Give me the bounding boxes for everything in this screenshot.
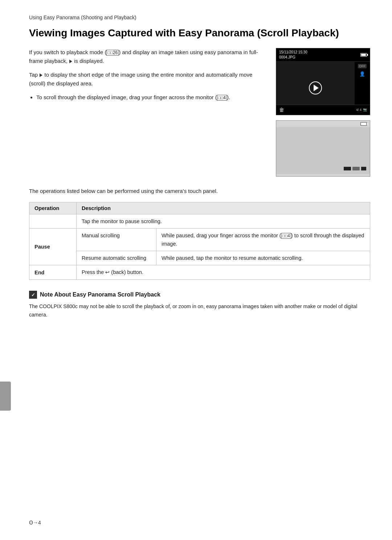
ref-4-table: □□4 — [281, 233, 291, 239]
play-button — [309, 81, 322, 94]
note-title-text: Note About Easy Panorama Scroll Playback — [40, 291, 160, 298]
desc-resume-scroll: Resume automatic scrolling — [77, 251, 156, 265]
screen-bottom-bar: 🗑 4/ 4 📷 — [276, 105, 370, 115]
col-description-header: Description — [77, 202, 370, 214]
operations-intro: The operations listed below can be perfo… — [29, 187, 370, 196]
bullet-list: To scroll through the displayed image, d… — [36, 93, 261, 102]
trash-icon: 🗑 — [279, 107, 284, 113]
play-icon-inline — [69, 60, 72, 63]
screen-date: 15/11/2012 15:30 — [279, 50, 307, 55]
intro-text-1: If you switch to playback mode ( — [29, 49, 106, 55]
op-cell-empty-1 — [29, 214, 77, 228]
camera-icon-small: 📷 — [363, 108, 367, 112]
table-row: End Press the ↩ (back) button. — [29, 265, 370, 280]
breadcrumb: Using Easy Panorama (Shooting and Playba… — [29, 15, 370, 20]
note-title-container: ✓ Note About Easy Panorama Scroll Playba… — [29, 291, 370, 299]
camera-screen-1: 15/11/2012 15:30 0004.JPG OFF 👤 — [276, 48, 370, 115]
page-footer: ʘ→4 — [29, 520, 41, 525]
ref-26: □□26 — [106, 50, 119, 56]
footer-page-num: ʘ→4 — [29, 520, 41, 525]
battery-icon — [360, 53, 367, 57]
progress-bar-1 — [344, 167, 351, 170]
desc-resume-scroll-detail: While paused, tap the monitor to resume … — [156, 251, 370, 265]
note-section: ✓ Note About Easy Panorama Scroll Playba… — [29, 291, 370, 319]
bottom-right-icons: 4/ 4 📷 — [356, 108, 367, 112]
note-body: The COOLPIX S800c may not be able to scr… — [29, 302, 370, 319]
table-row: Resume automatic scrolling While paused,… — [29, 251, 370, 265]
grey-tab — [0, 382, 11, 411]
camera-screens: 15/11/2012 15:30 0004.JPG OFF 👤 — [276, 48, 370, 177]
note-icon: ✓ — [29, 291, 37, 299]
ref-4: □□4 — [217, 95, 227, 101]
progress-bar-3 — [361, 167, 366, 170]
col-operation-header: Operation — [29, 202, 77, 214]
screen-icon-person: 👤 — [359, 71, 365, 77]
intro-text-3: is displayed. — [74, 58, 104, 64]
bullet-text-end: ). — [227, 94, 230, 100]
counter-text: 4/ 4 — [356, 108, 362, 112]
intro-tap-desc: to display the short edge of the image u… — [29, 72, 252, 86]
screen-filename: 0004.JPG — [279, 55, 307, 60]
op-cell-pause: Pause — [29, 229, 77, 265]
play-icon-tap — [40, 73, 42, 77]
bullet-item: To scroll through the displayed image, d… — [36, 93, 261, 102]
intro-tap-text: Tap — [29, 72, 39, 78]
desc-tap-pause: Tap the monitor to pause scrolling. — [77, 214, 370, 228]
back-arrow-icon: ↩ — [105, 269, 110, 275]
op-cell-end: End — [29, 265, 77, 280]
desc-end: Press the ↩ (back) button. — [77, 265, 370, 280]
table-row: Pause Manual scrolling While paused, dra… — [29, 229, 370, 251]
desc-manual-scroll: Manual scrolling — [77, 229, 156, 251]
main-text: If you switch to playback mode (□□26) an… — [29, 48, 261, 177]
table-row: Tap the monitor to pause scrolling. — [29, 214, 370, 228]
screen2-body — [276, 127, 370, 174]
operations-table: Operation Description Tap the monitor to… — [29, 202, 370, 280]
desc-manual-scroll-detail: While paused, drag your finger across th… — [156, 229, 370, 251]
screen2-battery — [360, 122, 367, 126]
page-title: Viewing Images Captured with Easy Panora… — [29, 27, 370, 39]
screen2-header — [276, 121, 370, 127]
progress-bars — [344, 167, 366, 170]
off-label: OFF — [358, 64, 367, 68]
progress-bar-2 — [352, 167, 360, 170]
play-triangle — [314, 85, 319, 91]
camera-screen-2 — [276, 120, 370, 177]
screen-header-info: 15/11/2012 15:30 0004.JPG — [279, 50, 307, 60]
bullet-text: To scroll through the displayed image, d… — [36, 94, 217, 100]
screen-icon-off: OFF — [358, 64, 367, 68]
